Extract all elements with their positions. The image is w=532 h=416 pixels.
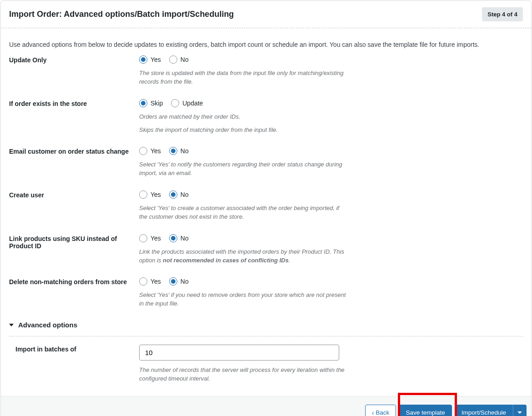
- radio-label: Yes: [151, 147, 161, 155]
- radio-label: No: [181, 191, 189, 198]
- radio-label: No: [181, 56, 189, 63]
- help-delete-nonmatch: Select 'Yes' if you need to remove order…: [139, 291, 346, 308]
- import-schedule-split: Import/Schedule: [455, 405, 527, 416]
- help-if-exists-1: Orders are matched by their order IDs.: [139, 113, 346, 121]
- radio-icon: [139, 147, 147, 155]
- radio-icon: [139, 190, 147, 199]
- row-create-user: Create user Yes No Select 'Yes' to creat…: [1, 190, 531, 221]
- label-create-user: Create user: [9, 190, 139, 221]
- help-create-user: Select 'Yes' to create a customer associ…: [139, 204, 346, 221]
- radio-icon: [169, 277, 177, 286]
- help-text-bold: not recommended in cases of conflicting …: [163, 257, 289, 264]
- footer-actions: ‹ Back Save template Import/Schedule: [1, 396, 531, 416]
- advanced-options-heading: Advanced options: [18, 321, 77, 329]
- radio-label: Yes: [151, 235, 161, 242]
- radio-email-customer-yes[interactable]: Yes: [139, 147, 161, 155]
- radio-link-sku-yes[interactable]: Yes: [139, 234, 161, 242]
- chevron-left-icon: ‹: [372, 410, 374, 416]
- help-update-only: The store is updated with the data from …: [139, 69, 346, 86]
- radio-if-exists-skip[interactable]: Skip: [139, 99, 163, 107]
- import-schedule-button[interactable]: Import/Schedule: [455, 405, 513, 416]
- help-text-post: .: [289, 257, 291, 264]
- radio-group-update-only: Yes No: [139, 55, 346, 64]
- radio-label: No: [181, 235, 189, 242]
- row-if-exists: If order exists in the store Skip Update…: [1, 99, 531, 135]
- control-update-only: Yes No The store is updated with the dat…: [139, 55, 346, 86]
- radio-email-customer-no[interactable]: No: [169, 147, 189, 155]
- radio-icon: [171, 99, 179, 107]
- save-template-button[interactable]: Save template: [399, 405, 452, 416]
- control-create-user: Yes No Select 'Yes' to create a customer…: [139, 190, 346, 221]
- row-update-only: Update Only Yes No The store is updated …: [1, 55, 531, 86]
- label-batch-size: Import in batches of: [15, 345, 139, 383]
- radio-label: Update: [182, 100, 203, 107]
- radio-group-create-user: Yes No: [139, 190, 346, 199]
- label-email-customer: Email customer on order status change: [9, 147, 139, 178]
- radio-label: Yes: [151, 191, 161, 198]
- radio-group-if-exists: Skip Update: [139, 99, 346, 107]
- help-email-customer: Select 'Yes' to notify the customers reg…: [139, 160, 346, 178]
- chevron-down-icon: [9, 324, 14, 326]
- label-delete-nonmatch: Delete non-matching orders from store: [9, 277, 139, 308]
- radio-group-delete-nonmatch: Yes No: [139, 277, 346, 286]
- radio-label: Yes: [151, 56, 161, 63]
- import-schedule-label: Import/Schedule: [462, 409, 506, 416]
- back-button[interactable]: ‹ Back: [365, 405, 396, 416]
- divider-line: [9, 336, 523, 336]
- advanced-options-toggle[interactable]: Advanced options: [1, 321, 531, 329]
- radio-group-link-sku: Yes No: [139, 234, 346, 242]
- radio-label: Yes: [151, 278, 161, 285]
- control-if-exists: Skip Update Orders are matched by their …: [139, 99, 346, 135]
- row-delete-nonmatch: Delete non-matching orders from store Ye…: [1, 277, 531, 308]
- help-batch-size: The number of records that the server wi…: [139, 366, 346, 383]
- row-link-sku: Link products using SKU instead of Produ…: [1, 234, 531, 265]
- radio-icon: [139, 234, 147, 242]
- page-title: Import Order: Advanced options/Batch imp…: [9, 10, 234, 19]
- radio-icon: [169, 190, 177, 199]
- save-template-label: Save template: [406, 409, 445, 416]
- radio-label: No: [181, 147, 189, 155]
- radio-update-only-no[interactable]: No: [169, 55, 189, 64]
- control-batch-size: The number of records that the server wi…: [139, 345, 346, 383]
- help-link-sku: Link the products associated with the im…: [139, 248, 346, 265]
- radio-update-only-yes[interactable]: Yes: [139, 55, 161, 64]
- import-order-panel: Import Order: Advanced options/Batch imp…: [0, 0, 532, 416]
- radio-if-exists-update[interactable]: Update: [171, 99, 203, 107]
- control-link-sku: Yes No Link the products associated with…: [139, 234, 346, 265]
- radio-link-sku-no[interactable]: No: [169, 234, 189, 242]
- intro-text: Use advanced options from below to decid…: [1, 28, 531, 55]
- radio-group-email-customer: Yes No: [139, 147, 346, 155]
- step-badge: Step 4 of 4: [482, 7, 523, 21]
- radio-create-user-yes[interactable]: Yes: [139, 190, 161, 199]
- radio-label: Skip: [151, 100, 163, 107]
- label-update-only: Update Only: [9, 55, 139, 86]
- radio-icon: [169, 234, 177, 242]
- back-button-label: Back: [376, 409, 389, 416]
- control-email-customer: Yes No Select 'Yes' to notify the custom…: [139, 147, 346, 178]
- batch-size-input[interactable]: [139, 345, 339, 361]
- import-schedule-dropdown[interactable]: [513, 405, 527, 416]
- radio-icon: [139, 277, 147, 286]
- chevron-down-icon: [517, 411, 522, 414]
- radio-delete-nonmatch-yes[interactable]: Yes: [139, 277, 161, 286]
- radio-label: No: [181, 278, 189, 285]
- label-if-exists: If order exists in the store: [9, 99, 139, 135]
- row-email-customer: Email customer on order status change Ye…: [1, 147, 531, 178]
- row-batch-size: Import in batches of The number of recor…: [1, 345, 531, 383]
- help-if-exists-2: Skips the import of matching order from …: [139, 126, 346, 135]
- radio-icon: [169, 147, 177, 155]
- radio-delete-nonmatch-no[interactable]: No: [169, 277, 189, 286]
- label-link-sku: Link products using SKU instead of Produ…: [9, 234, 139, 265]
- radio-icon: [139, 55, 147, 64]
- radio-icon: [169, 55, 177, 64]
- panel-header: Import Order: Advanced options/Batch imp…: [1, 1, 531, 28]
- control-delete-nonmatch: Yes No Select 'Yes' if you need to remov…: [139, 277, 346, 308]
- radio-create-user-no[interactable]: No: [169, 190, 189, 199]
- radio-icon: [139, 99, 147, 107]
